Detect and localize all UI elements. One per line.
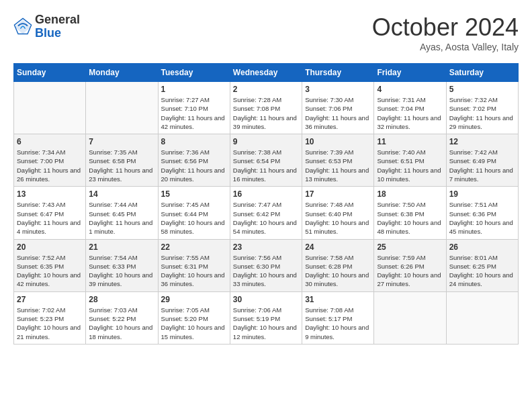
day-info: Sunrise: 7:38 AM Sunset: 6:54 PM Dayligh… <box>233 148 299 183</box>
day-number: 24 <box>305 242 371 252</box>
day-number: 21 <box>89 242 154 252</box>
day-number: 3 <box>305 85 371 94</box>
day-number: 2 <box>233 85 299 94</box>
calendar-cell <box>14 82 86 134</box>
day-info: Sunrise: 7:34 AM Sunset: 7:00 PM Dayligh… <box>17 148 83 183</box>
day-info: Sunrise: 7:59 AM Sunset: 6:26 PM Dayligh… <box>377 253 443 289</box>
day-number: 22 <box>161 242 227 252</box>
month-title: October 2024 <box>372 13 519 42</box>
day-info: Sunrise: 7:50 AM Sunset: 6:38 PM Dayligh… <box>377 200 443 236</box>
day-info: Sunrise: 7:36 AM Sunset: 6:56 PM Dayligh… <box>161 148 227 183</box>
day-number: 10 <box>305 137 371 146</box>
calendar-cell <box>374 291 446 344</box>
day-number: 5 <box>449 85 515 94</box>
day-number: 16 <box>233 189 299 199</box>
day-number: 14 <box>89 189 154 199</box>
page-header: General Blue October 2024 Ayas, Aosta Va… <box>13 13 519 52</box>
day-info: Sunrise: 7:55 AM Sunset: 6:31 PM Dayligh… <box>161 253 227 289</box>
day-info: Sunrise: 7:44 AM Sunset: 6:45 PM Dayligh… <box>89 200 154 236</box>
day-number: 8 <box>161 137 227 146</box>
day-info: Sunrise: 7:52 AM Sunset: 6:35 PM Dayligh… <box>17 253 83 289</box>
day-info: Sunrise: 7:28 AM Sunset: 7:08 PM Dayligh… <box>233 95 299 131</box>
day-info: Sunrise: 7:45 AM Sunset: 6:44 PM Dayligh… <box>161 200 227 236</box>
column-header-friday: Friday <box>374 64 446 82</box>
day-info: Sunrise: 7:32 AM Sunset: 7:02 PM Dayligh… <box>449 95 515 131</box>
calendar-cell: 14Sunrise: 7:44 AM Sunset: 6:45 PM Dayli… <box>86 187 158 239</box>
calendar-cell: 9Sunrise: 7:38 AM Sunset: 6:54 PM Daylig… <box>230 134 302 187</box>
day-info: Sunrise: 7:31 AM Sunset: 7:04 PM Dayligh… <box>377 95 443 131</box>
logo-general-text: General <box>35 13 80 26</box>
column-header-wednesday: Wednesday <box>230 64 302 82</box>
column-header-thursday: Thursday <box>302 64 374 82</box>
calendar-cell: 21Sunrise: 7:54 AM Sunset: 6:33 PM Dayli… <box>86 239 158 291</box>
day-number: 27 <box>17 295 83 304</box>
calendar-cell: 4Sunrise: 7:31 AM Sunset: 7:04 PM Daylig… <box>374 82 446 134</box>
calendar-cell: 7Sunrise: 7:35 AM Sunset: 6:58 PM Daylig… <box>86 134 158 187</box>
day-number: 20 <box>17 242 83 252</box>
calendar-cell: 24Sunrise: 7:58 AM Sunset: 6:28 PM Dayli… <box>302 239 374 291</box>
logo-icon <box>13 17 32 36</box>
calendar-cell: 19Sunrise: 7:51 AM Sunset: 6:36 PM Dayli… <box>446 187 518 239</box>
day-info: Sunrise: 7:47 AM Sunset: 6:42 PM Dayligh… <box>233 200 299 236</box>
calendar-cell: 18Sunrise: 7:50 AM Sunset: 6:38 PM Dayli… <box>374 187 446 239</box>
day-info: Sunrise: 7:02 AM Sunset: 5:23 PM Dayligh… <box>17 306 83 341</box>
calendar-cell: 11Sunrise: 7:40 AM Sunset: 6:51 PM Dayli… <box>374 134 446 187</box>
day-number: 31 <box>305 295 371 304</box>
column-header-monday: Monday <box>86 64 158 82</box>
day-number: 7 <box>89 137 154 146</box>
calendar-cell: 20Sunrise: 7:52 AM Sunset: 6:35 PM Dayli… <box>14 239 86 291</box>
day-info: Sunrise: 7:56 AM Sunset: 6:30 PM Dayligh… <box>233 253 299 289</box>
calendar-cell <box>86 82 158 134</box>
column-header-saturday: Saturday <box>446 64 518 82</box>
calendar-cell: 17Sunrise: 7:48 AM Sunset: 6:40 PM Dayli… <box>302 187 374 239</box>
calendar-cell: 31Sunrise: 7:08 AM Sunset: 5:17 PM Dayli… <box>302 291 374 344</box>
calendar-cell: 25Sunrise: 7:59 AM Sunset: 6:26 PM Dayli… <box>374 239 446 291</box>
calendar-cell: 2Sunrise: 7:28 AM Sunset: 7:08 PM Daylig… <box>230 82 302 134</box>
calendar-cell: 15Sunrise: 7:45 AM Sunset: 6:44 PM Dayli… <box>158 187 230 239</box>
day-number: 4 <box>377 85 443 94</box>
day-info: Sunrise: 7:48 AM Sunset: 6:40 PM Dayligh… <box>305 200 371 236</box>
day-info: Sunrise: 7:27 AM Sunset: 7:10 PM Dayligh… <box>161 95 227 131</box>
day-info: Sunrise: 7:42 AM Sunset: 6:49 PM Dayligh… <box>449 148 515 183</box>
header-row: SundayMondayTuesdayWednesdayThursdayFrid… <box>14 64 519 82</box>
day-info: Sunrise: 7:54 AM Sunset: 6:33 PM Dayligh… <box>89 253 154 289</box>
day-number: 15 <box>161 189 227 199</box>
day-number: 28 <box>89 295 154 304</box>
calendar-cell: 13Sunrise: 7:43 AM Sunset: 6:47 PM Dayli… <box>14 187 86 239</box>
calendar-cell: 26Sunrise: 8:01 AM Sunset: 6:25 PM Dayli… <box>446 239 518 291</box>
day-number: 23 <box>233 242 299 252</box>
logo-blue-text: Blue <box>35 26 61 40</box>
day-number: 6 <box>17 137 83 146</box>
day-info: Sunrise: 7:06 AM Sunset: 5:19 PM Dayligh… <box>233 306 299 341</box>
calendar-cell: 5Sunrise: 7:32 AM Sunset: 7:02 PM Daylig… <box>446 82 518 134</box>
calendar-cell: 1Sunrise: 7:27 AM Sunset: 7:10 PM Daylig… <box>158 82 230 134</box>
calendar-header: SundayMondayTuesdayWednesdayThursdayFrid… <box>14 64 519 82</box>
calendar-cell: 29Sunrise: 7:05 AM Sunset: 5:20 PM Dayli… <box>158 291 230 344</box>
day-info: Sunrise: 8:01 AM Sunset: 6:25 PM Dayligh… <box>449 253 515 289</box>
day-number: 29 <box>161 295 227 304</box>
day-info: Sunrise: 7:40 AM Sunset: 6:51 PM Dayligh… <box>377 148 443 183</box>
calendar-cell: 12Sunrise: 7:42 AM Sunset: 6:49 PM Dayli… <box>446 134 518 187</box>
calendar-table: SundayMondayTuesdayWednesdayThursdayFrid… <box>13 63 519 345</box>
day-number: 30 <box>233 295 299 304</box>
day-number: 17 <box>305 189 371 199</box>
column-header-tuesday: Tuesday <box>158 64 230 82</box>
day-number: 19 <box>449 189 515 199</box>
calendar-cell: 27Sunrise: 7:02 AM Sunset: 5:23 PM Dayli… <box>14 291 86 344</box>
calendar-cell: 3Sunrise: 7:30 AM Sunset: 7:06 PM Daylig… <box>302 82 374 134</box>
day-number: 12 <box>449 137 515 146</box>
day-number: 13 <box>17 189 83 199</box>
calendar-body: 1Sunrise: 7:27 AM Sunset: 7:10 PM Daylig… <box>14 82 519 345</box>
day-info: Sunrise: 7:58 AM Sunset: 6:28 PM Dayligh… <box>305 253 371 289</box>
day-info: Sunrise: 7:35 AM Sunset: 6:58 PM Dayligh… <box>89 148 154 183</box>
day-info: Sunrise: 7:03 AM Sunset: 5:22 PM Dayligh… <box>89 306 154 341</box>
day-info: Sunrise: 7:51 AM Sunset: 6:36 PM Dayligh… <box>449 200 515 236</box>
day-number: 9 <box>233 137 299 146</box>
calendar-cell: 16Sunrise: 7:47 AM Sunset: 6:42 PM Dayli… <box>230 187 302 239</box>
calendar-cell: 10Sunrise: 7:39 AM Sunset: 6:53 PM Dayli… <box>302 134 374 187</box>
calendar-cell: 30Sunrise: 7:06 AM Sunset: 5:19 PM Dayli… <box>230 291 302 344</box>
logo: General Blue <box>13 13 80 40</box>
location-subtitle: Ayas, Aosta Valley, Italy <box>372 42 519 52</box>
week-row-5: 27Sunrise: 7:02 AM Sunset: 5:23 PM Dayli… <box>14 291 519 344</box>
calendar-cell: 23Sunrise: 7:56 AM Sunset: 6:30 PM Dayli… <box>230 239 302 291</box>
